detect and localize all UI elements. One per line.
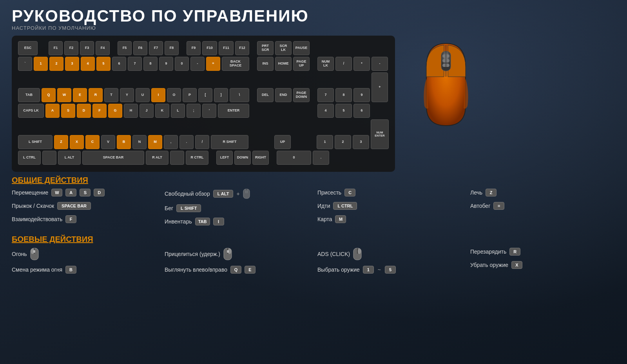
key-r-ctrl[interactable]: R CTRL xyxy=(186,151,208,165)
key-del[interactable]: DEL xyxy=(257,88,274,102)
key-[interactable]: ' xyxy=(202,104,216,118)
key-[interactable]: = xyxy=(206,57,220,71)
key-f[interactable]: F xyxy=(65,215,76,223)
key-o[interactable]: O xyxy=(167,88,181,102)
key-r-alt[interactable]: R ALT xyxy=(146,151,169,165)
key-3[interactable]: 3 xyxy=(353,135,369,149)
key-[interactable]: ] xyxy=(214,88,228,102)
key-up[interactable]: UP xyxy=(274,135,291,149)
key-c[interactable]: C xyxy=(344,189,355,196)
key-x[interactable]: X xyxy=(511,261,522,269)
key-back-space[interactable]: BACK SPACE xyxy=(222,57,249,71)
key-f8[interactable]: F8 xyxy=(165,41,179,55)
key-tab[interactable]: TAB xyxy=(195,218,210,225)
key-[interactable]: + xyxy=(371,72,388,102)
key-h[interactable]: H xyxy=(124,104,138,118)
key-p[interactable]: P xyxy=(183,88,197,102)
key-g[interactable]: G xyxy=(108,104,122,118)
key-d[interactable]: D xyxy=(94,189,105,196)
key-7[interactable]: 7 xyxy=(317,88,334,102)
key-f9[interactable]: F9 xyxy=(187,41,201,55)
key-6[interactable]: 6 xyxy=(112,57,126,71)
key-0[interactable]: 0 xyxy=(175,57,189,71)
key-4[interactable]: 4 xyxy=(81,57,95,71)
key-5[interactable]: 5 xyxy=(335,104,352,118)
key-num-lk[interactable]: NUM LK xyxy=(317,57,334,71)
key-lshift[interactable]: L SHIFT xyxy=(176,204,201,212)
key-f7[interactable]: F7 xyxy=(149,41,163,55)
key-0[interactable]: 0 xyxy=(277,151,311,165)
key-left[interactable]: LEFT xyxy=(216,151,233,165)
key-t[interactable]: T xyxy=(104,88,118,102)
key-m[interactable]: M xyxy=(148,135,162,149)
key-r-shift[interactable]: R SHIFT xyxy=(211,135,248,149)
key-[interactable]: * xyxy=(353,57,370,71)
key-l-alt[interactable]: L ALT xyxy=(58,151,81,165)
key-5[interactable]: 5 xyxy=(385,266,396,274)
key-8[interactable]: 8 xyxy=(143,57,158,71)
key-r[interactable]: R xyxy=(509,248,520,256)
key-space-bar[interactable]: SPACE BAR xyxy=(82,151,144,165)
key-s[interactable]: S xyxy=(80,189,91,196)
key-9[interactable]: 9 xyxy=(353,88,370,102)
key-a[interactable]: A xyxy=(65,189,76,196)
key-f4[interactable]: F4 xyxy=(96,41,110,55)
key-[interactable] xyxy=(42,151,56,165)
key-i[interactable]: I xyxy=(151,88,165,102)
key-e[interactable]: E xyxy=(73,88,87,102)
key--[interactable]: - xyxy=(190,57,205,71)
key-d[interactable]: D xyxy=(77,104,91,118)
key-[interactable]: ; xyxy=(187,104,201,118)
key-tab[interactable]: TAB xyxy=(18,88,40,102)
key-2[interactable]: 2 xyxy=(335,135,351,149)
key-7[interactable]: 7 xyxy=(128,57,142,71)
key-j[interactable]: J xyxy=(140,104,154,118)
key-e[interactable]: E xyxy=(245,266,256,274)
key-page-down[interactable]: PAGE DOWN xyxy=(293,88,310,102)
key-f12[interactable]: F12 xyxy=(235,41,249,55)
key-f10[interactable]: F10 xyxy=(202,41,217,55)
key-[interactable]: / xyxy=(335,57,352,71)
key-8[interactable]: 8 xyxy=(335,88,352,102)
key-x[interactable]: X xyxy=(70,135,84,149)
key-f11[interactable]: F11 xyxy=(219,41,234,55)
key-[interactable]: [ xyxy=(198,88,212,102)
key-4[interactable]: 4 xyxy=(317,104,334,118)
key-z[interactable]: Z xyxy=(486,189,497,196)
key-[interactable]: \ xyxy=(230,88,249,102)
key-b[interactable]: B xyxy=(117,135,131,149)
key-k[interactable]: K xyxy=(155,104,169,118)
key-l-shift[interactable]: L SHIFT xyxy=(18,135,53,149)
key-lalt[interactable]: L ALT xyxy=(213,190,234,198)
key--[interactable]: - xyxy=(371,57,388,71)
key-esc[interactable]: ESC xyxy=(18,41,38,55)
key-m[interactable]: M xyxy=(335,215,346,223)
key-f5[interactable]: F5 xyxy=(118,41,132,55)
key-prt-scr[interactable]: PRT SCR xyxy=(257,41,274,55)
key-spacebar[interactable]: SPACE BAR xyxy=(57,202,91,210)
key-scr-lk[interactable]: SCR LK xyxy=(275,41,292,55)
key-y[interactable]: Y xyxy=(120,88,134,102)
key-down[interactable]: DOWN xyxy=(234,151,251,165)
key-3[interactable]: 3 xyxy=(65,57,79,71)
key-pause[interactable]: PAUSE xyxy=(293,41,310,55)
key-q[interactable]: Q xyxy=(230,266,241,274)
key-enter[interactable]: ENTER xyxy=(218,104,249,118)
key-lctrl[interactable]: L CTRL xyxy=(333,202,357,210)
key-l[interactable]: L xyxy=(171,104,185,118)
key-z[interactable]: Z xyxy=(54,135,68,149)
key-[interactable]: . xyxy=(179,135,194,149)
key-f3[interactable]: F3 xyxy=(80,41,94,55)
key-end[interactable]: END xyxy=(275,88,292,102)
key-ins[interactable]: INS xyxy=(257,57,274,71)
key-c[interactable]: C xyxy=(85,135,100,149)
key-1[interactable]: 1 xyxy=(34,57,48,71)
key-n[interactable]: N xyxy=(132,135,147,149)
key-6[interactable]: 6 xyxy=(353,104,370,118)
key-f2[interactable]: F2 xyxy=(64,41,78,55)
key-w[interactable]: W xyxy=(51,189,62,196)
key-i[interactable]: I xyxy=(213,218,224,225)
key-s[interactable]: S xyxy=(61,104,75,118)
key-f6[interactable]: F6 xyxy=(133,41,147,55)
key-r[interactable]: R xyxy=(89,88,103,102)
